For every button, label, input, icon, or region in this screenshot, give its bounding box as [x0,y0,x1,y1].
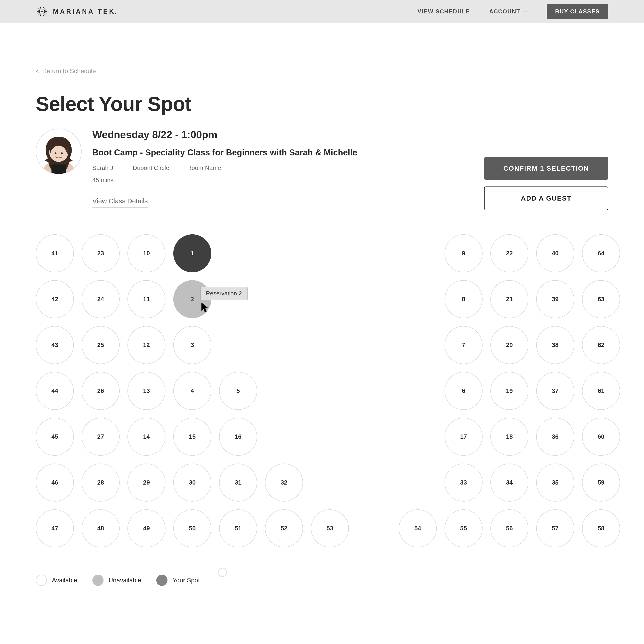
svg-line-4 [38,8,40,10]
spot-15[interactable]: 15 [173,418,211,456]
confirm-selection-button[interactable]: CONFIRM 1 SELECTION [484,157,608,180]
svg-point-16 [41,11,42,12]
spot-57[interactable]: 57 [536,509,574,547]
spot-49[interactable]: 49 [127,509,165,547]
spot-16[interactable]: 16 [219,418,257,456]
spot-21[interactable]: 21 [490,280,528,318]
spot-1[interactable]: 1 [173,234,211,272]
spot-40[interactable]: 40 [536,234,574,272]
spot-58[interactable]: 58 [582,509,620,547]
spot-11[interactable]: 11 [127,280,165,318]
spot-41[interactable]: 41 [36,234,74,272]
legend-your-spot-label: Your Spot [172,577,200,584]
legend-unavailable-label: Unavailable [108,577,141,584]
top-nav: VIEW SCHEDULE ACCOUNT BUY CLASSES [417,4,608,19]
spot-54[interactable]: 54 [399,509,437,547]
spot-46[interactable]: 46 [36,464,74,502]
spot-14[interactable]: 14 [127,418,165,456]
svg-line-12 [37,12,40,13]
spot-63[interactable]: 63 [582,280,620,318]
spot-51[interactable]: 51 [219,509,257,547]
spot-31[interactable]: 31 [219,464,257,502]
spot-4[interactable]: 4 [173,372,211,410]
spot-20[interactable]: 20 [490,326,528,364]
spot-61[interactable]: 61 [582,372,620,410]
spot-6[interactable]: 6 [445,372,483,410]
spot-34[interactable]: 34 [490,464,528,502]
spot-28[interactable]: 28 [82,464,120,502]
view-class-details-link[interactable]: View Class Details [92,197,148,208]
spot-52[interactable]: 52 [265,509,303,547]
spot-44[interactable]: 44 [36,372,74,410]
spot-10[interactable]: 10 [127,234,165,272]
spot-64[interactable]: 64 [582,234,620,272]
legend-available: Available [36,575,77,586]
svg-line-13 [44,10,47,11]
spot-50[interactable]: 50 [173,509,211,547]
spot-59[interactable]: 59 [582,464,620,502]
spot-26[interactable]: 26 [82,372,120,410]
spot-53[interactable]: 53 [311,509,349,547]
spot-35[interactable]: 35 [536,464,574,502]
svg-point-21 [61,153,63,154]
svg-line-11 [44,12,47,13]
legend-unavailable-swatch [92,575,104,586]
svg-line-6 [38,13,40,15]
spot-22[interactable]: 22 [490,234,528,272]
spot-56[interactable]: 56 [490,509,528,547]
buy-classes-button[interactable]: BUY CLASSES [547,4,608,19]
class-title: Boot Camp - Speciality Class for Beginne… [92,148,608,157]
spot-18[interactable]: 18 [490,418,528,456]
spot-37[interactable]: 37 [536,372,574,410]
spot-45[interactable]: 45 [36,418,74,456]
spot-9[interactable]: 9 [445,234,483,272]
nav-view-schedule[interactable]: VIEW SCHEDULE [417,8,470,15]
spot-3[interactable]: 3 [173,326,211,364]
spot-38[interactable]: 38 [536,326,574,364]
spot-55[interactable]: 55 [445,509,483,547]
spot-48[interactable]: 48 [82,509,120,547]
spot-47[interactable]: 47 [36,509,74,547]
legend-unavailable: Unavailable [92,575,141,586]
spot-25[interactable]: 25 [82,326,120,364]
svg-point-20 [55,153,56,154]
legend-extra-swatch [218,568,227,577]
spot-19[interactable]: 19 [490,372,528,410]
brand: MARIANA TEK. [36,5,118,18]
spot-13[interactable]: 13 [127,372,165,410]
spot-27[interactable]: 27 [82,418,120,456]
spot-12[interactable]: 12 [127,326,165,364]
spot-8[interactable]: 8 [445,280,483,318]
instructor-avatar [36,129,82,174]
legend-your-spot: Your Spot [156,575,200,586]
spot-32[interactable]: 32 [265,464,303,502]
spot-62[interactable]: 62 [582,326,620,364]
nav-account-label: ACCOUNT [489,8,520,15]
nav-account[interactable]: ACCOUNT [489,8,527,15]
spot-24[interactable]: 24 [82,280,120,318]
class-location: Dupont Circle [133,165,169,172]
return-to-schedule-label: Return to Schedule [42,68,96,75]
return-to-schedule-link[interactable]: < Return to Schedule [36,68,608,75]
brand-name: MARIANA TEK. [53,8,118,15]
legend-your-spot-swatch [156,575,167,586]
spot-36[interactable]: 36 [536,418,574,456]
spot-33[interactable]: 33 [445,464,483,502]
spot-17[interactable]: 17 [445,418,483,456]
spot-30[interactable]: 30 [173,464,211,502]
spot-23[interactable]: 23 [82,234,120,272]
spot-39[interactable]: 39 [536,280,574,318]
action-stack: CONFIRM 1 SELECTION ADD A GUEST [484,157,608,210]
spot-42[interactable]: 42 [36,280,74,318]
spot-29[interactable]: 29 [127,464,165,502]
spot-7[interactable]: 7 [445,326,483,364]
add-guest-button[interactable]: ADD A GUEST [484,186,608,210]
spot-43[interactable]: 43 [36,326,74,364]
chevron-down-icon [523,9,527,13]
page-title: Select Your Spot [36,93,608,116]
spot-5[interactable]: 5 [219,372,257,410]
legend: Available Unavailable Your Spot [36,575,200,586]
svg-line-5 [43,13,45,15]
svg-line-8 [40,7,41,9]
spot-60[interactable]: 60 [582,418,620,456]
